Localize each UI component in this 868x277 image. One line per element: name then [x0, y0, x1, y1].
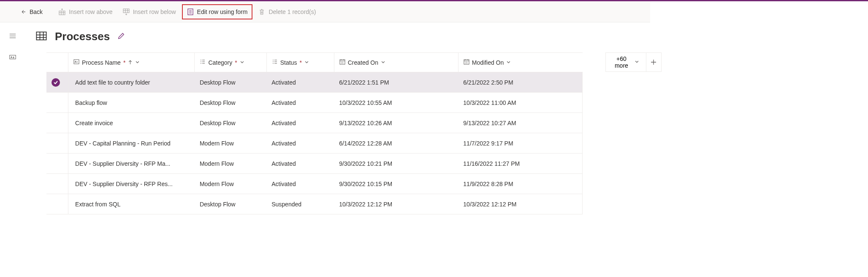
cell-process-name: Create invoice [73, 120, 187, 126]
trash-icon [258, 8, 265, 15]
cell-status: Activated [271, 120, 296, 126]
row-check-placeholder[interactable] [52, 199, 60, 208]
chevron-down-icon [240, 59, 244, 66]
choice-type-icon [200, 59, 206, 66]
cell-created: 9/30/2022 10:21 PM [339, 160, 392, 167]
cell-process-name: DEV - Supplier Diversity - RFP Ma... [73, 160, 187, 167]
column-category[interactable]: Category * [195, 53, 266, 72]
row-check-placeholder[interactable] [52, 159, 60, 167]
table-row[interactable]: Create invoiceDesktop FlowActivated9/13/… [46, 113, 583, 133]
cell-category: Desktop Flow [200, 120, 236, 126]
left-rail [0, 22, 25, 214]
column-modified-on[interactable]: 21 Modified On [458, 53, 582, 72]
chevron-down-icon [506, 59, 511, 66]
table-row[interactable]: DEV - Supplier Diversity - RFP Res...Mod… [46, 174, 583, 194]
more-columns-button[interactable]: +60 more [605, 52, 646, 72]
table-row[interactable]: DEV - Capital Planning - Run PeriodModer… [46, 133, 583, 154]
insert-below-label: Insert row below [133, 8, 176, 15]
cell-status: Activated [271, 181, 296, 187]
cell-created: 10/3/2022 12:12 PM [339, 201, 392, 208]
svg-rect-3 [10, 55, 16, 59]
cell-category: Desktop Flow [200, 99, 236, 106]
cell-process-name: DEV - Supplier Diversity - RFP Res... [73, 181, 187, 187]
row-check-placeholder[interactable] [52, 179, 60, 187]
chevron-down-icon [635, 59, 639, 66]
required-mark: * [235, 59, 237, 66]
add-column-button[interactable] [646, 52, 662, 72]
rail-menu-button[interactable] [6, 29, 19, 43]
edit-title-button[interactable] [117, 32, 125, 41]
edit-form-label: Edit row using form [197, 8, 248, 15]
column-status[interactable]: Status * [266, 53, 334, 72]
table-row[interactable]: DEV - Supplier Diversity - RFP Ma...Mode… [46, 154, 583, 174]
cell-created: 6/21/2022 1:51 PM [339, 79, 389, 86]
cell-status: Activated [271, 99, 296, 106]
cell-created: 6/14/2022 12:28 AM [339, 140, 392, 147]
cell-process-name: Add text file to country folder [73, 79, 187, 86]
cell-modified: 11/9/2022 8:28 PM [463, 181, 513, 187]
cell-status: Suspended [271, 201, 301, 208]
svg-text:21: 21 [465, 61, 468, 64]
column-process-name[interactable]: Process Name * [68, 53, 195, 72]
column-created-on[interactable]: 21 Created On [334, 53, 458, 72]
col-created-label: Created On [348, 59, 378, 66]
cell-created: 10/3/2022 10:55 AM [339, 99, 392, 106]
cell-process-name: DEV - Capital Planning - Run Period [73, 140, 187, 147]
cell-category: Modern Flow [200, 140, 234, 147]
cell-status: Activated [271, 140, 296, 147]
date-type-icon: 21 [464, 59, 469, 66]
svg-text:21: 21 [341, 61, 344, 64]
cell-process-name: Extract from SQL [73, 201, 187, 208]
cell-category: Desktop Flow [200, 201, 236, 208]
cell-process-name: Backup flow [73, 99, 187, 106]
insert-below-icon [123, 8, 130, 15]
rail-text-field-button[interactable] [6, 50, 19, 64]
svg-rect-5 [74, 60, 79, 64]
form-icon [187, 8, 194, 15]
svg-rect-4 [36, 32, 46, 40]
command-bar: Back Insert row above Insert row below E… [0, 1, 650, 22]
row-check-placeholder[interactable] [52, 118, 60, 126]
cell-modified: 11/7/2022 9:17 PM [463, 140, 513, 147]
insert-above-icon [59, 8, 65, 15]
column-select[interactable] [46, 53, 68, 72]
cell-modified: 9/13/2022 10:27 AM [463, 120, 516, 126]
more-columns-label: +60 more [613, 55, 630, 69]
chevron-down-icon [304, 59, 309, 66]
cell-modified: 10/3/2022 12:12 PM [463, 201, 516, 208]
delete-records-button[interactable]: Delete 1 record(s) [254, 4, 320, 19]
cell-modified: 11/16/2022 11:27 PM [463, 160, 520, 167]
row-check-placeholder[interactable] [52, 138, 60, 147]
choice-type-icon [272, 59, 278, 66]
text-type-icon [73, 59, 79, 66]
insert-row-below-button[interactable]: Insert row below [119, 4, 180, 19]
sort-asc-icon [128, 59, 133, 66]
date-type-icon: 21 [339, 59, 345, 66]
col-modified-label: Modified On [472, 59, 504, 66]
edit-row-form-button[interactable]: Edit row using form [182, 4, 253, 19]
cell-category: Modern Flow [200, 160, 234, 167]
cell-category: Modern Flow [200, 181, 234, 187]
chevron-down-icon [135, 59, 140, 66]
cell-category: Desktop Flow [200, 79, 236, 86]
back-button[interactable]: Back [15, 4, 47, 19]
page-title: Processes [55, 30, 110, 43]
table-row[interactable]: Backup flowDesktop FlowActivated10/3/202… [46, 93, 583, 113]
col-category-label: Category [208, 59, 232, 66]
arrow-left-icon [19, 8, 26, 15]
row-checked-icon[interactable] [52, 78, 60, 87]
table-row[interactable]: Add text file to country folderDesktop F… [46, 72, 583, 93]
back-label: Back [30, 8, 43, 15]
insert-row-above-button[interactable]: Insert row above [54, 4, 117, 19]
cell-modified: 6/21/2022 2:50 PM [463, 79, 513, 86]
chevron-down-icon [381, 59, 385, 66]
cell-status: Activated [271, 160, 296, 167]
table-row[interactable]: Extract from SQLDesktop FlowSuspended10/… [46, 194, 583, 214]
row-check-placeholder[interactable] [52, 98, 60, 106]
delete-label: Delete 1 record(s) [269, 8, 316, 15]
required-mark: * [299, 59, 301, 66]
table-icon [35, 30, 47, 43]
page-header: Processes [35, 30, 650, 43]
required-mark: * [123, 59, 125, 66]
cell-status: Activated [271, 79, 296, 86]
